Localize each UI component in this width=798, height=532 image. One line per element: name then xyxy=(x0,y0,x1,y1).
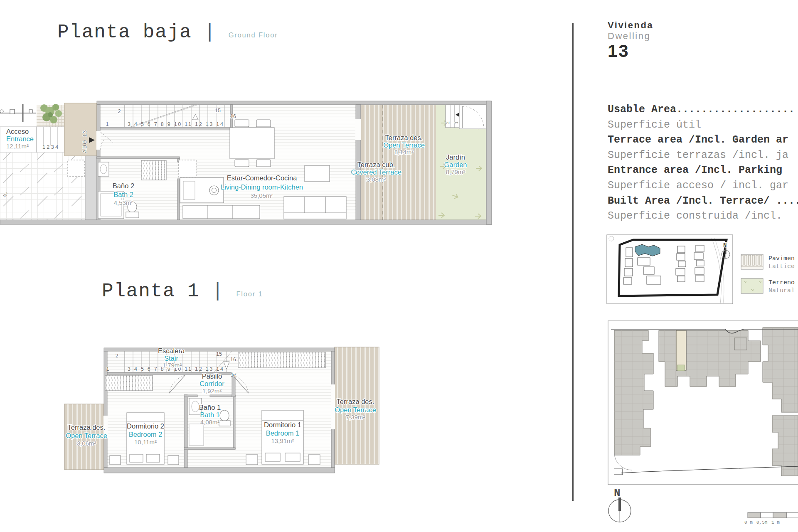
svg-text:Terraza des.: Terraza des. xyxy=(337,398,374,405)
svg-text:Open Terrace: Open Terrace xyxy=(383,141,425,149)
scale-label-1: 1 m xyxy=(771,520,780,525)
site-plan xyxy=(608,321,798,485)
dashed-void xyxy=(179,160,196,177)
highlighted-unit-13 xyxy=(676,330,686,370)
svg-text:Jardín: Jardín xyxy=(446,153,465,161)
svg-text:16: 16 xyxy=(230,113,236,119)
svg-text:Baño 1: Baño 1 xyxy=(199,404,221,411)
svg-text:1,92m²: 1,92m² xyxy=(202,387,222,394)
wardrobe-bedroom1 xyxy=(238,352,325,368)
sideboard xyxy=(183,205,260,219)
floor1-terrace-right xyxy=(335,347,379,464)
svg-text:Bedroom 2: Bedroom 2 xyxy=(129,431,163,438)
north-compass: N xyxy=(608,487,631,522)
legend-natural-es: Terreno xyxy=(768,279,795,286)
nightstand xyxy=(246,455,258,465)
svg-text:8,14m²: 8,14m² xyxy=(394,148,414,155)
svg-text:2: 2 xyxy=(116,353,118,359)
svg-text:Garden: Garden xyxy=(444,161,467,168)
chair xyxy=(256,120,271,127)
closet xyxy=(141,160,166,180)
terrace-door-opening xyxy=(355,119,361,140)
svg-text:7,39m²: 7,39m² xyxy=(346,414,365,421)
svg-text:1: 1 xyxy=(106,121,109,127)
dining-table xyxy=(230,128,274,159)
svg-text:Living-Dining room-Kitchen: Living-Dining room-Kitchen xyxy=(221,183,303,191)
svg-text:Bath 1: Bath 1 xyxy=(200,411,220,419)
svg-text:8,79m²: 8,79m² xyxy=(446,168,466,175)
sofa xyxy=(284,197,346,219)
nightstand xyxy=(308,455,320,465)
entry-ramp xyxy=(64,103,97,156)
svg-text:Open Terrace: Open Terrace xyxy=(66,432,107,439)
legend: Pavimen Lattice Terreno Natural xyxy=(741,254,795,294)
legend-lattice-en: Lattice xyxy=(768,263,795,270)
entry-door-opening xyxy=(96,131,101,150)
legend-lattice-es: Pavimen xyxy=(768,255,795,262)
svg-text:Open Terrace: Open Terrace xyxy=(335,406,376,414)
svg-text:Entrance: Entrance xyxy=(6,135,34,143)
svg-text:Dormitorio 1: Dormitorio 1 xyxy=(264,421,301,429)
shower xyxy=(189,424,204,446)
scale-bar: 0 m 0,5m 1 m xyxy=(744,512,798,525)
legend-swatch-natural xyxy=(741,278,763,293)
svg-text:16: 16 xyxy=(230,357,236,362)
svg-text:Pasillo: Pasillo xyxy=(202,372,222,380)
label-pasillo: Pasillo Corridor 1,92m² xyxy=(200,372,224,394)
svg-text:Estar-Comedor-Cocina: Estar-Comedor-Cocina xyxy=(227,174,298,182)
label-garden: Jardín Garden 8,79m² xyxy=(444,153,467,175)
brochure-page: { "titles":{ "ground_es":"Planta baja","… xyxy=(0,0,798,532)
chair xyxy=(235,160,249,167)
svg-text:N: N xyxy=(614,487,621,499)
svg-text:Bedroom 1: Bedroom 1 xyxy=(266,429,300,437)
dashed-marker xyxy=(68,160,84,177)
toilet-icon xyxy=(220,410,229,421)
step-number: 1 xyxy=(454,121,459,124)
svg-text:4,08m²: 4,08m² xyxy=(200,419,220,426)
parking-numbers: 1 2 3 4 xyxy=(42,144,58,150)
unit-entry-label: ADO 13 xyxy=(82,130,88,153)
legend-natural-en: Natural xyxy=(768,287,795,294)
nightstand xyxy=(168,456,179,465)
svg-text:1,79m²: 1,79m² xyxy=(163,362,182,369)
svg-text:15: 15 xyxy=(215,108,221,113)
step-number: 2 xyxy=(445,121,450,124)
svg-text:Escalera: Escalera xyxy=(158,347,185,355)
key-map: N xyxy=(607,235,733,304)
svg-text:Dormitorio 2: Dormitorio 2 xyxy=(127,422,164,430)
svg-text:Corridor: Corridor xyxy=(200,380,224,387)
ground-entrance-court: ADO 13 m² xyxy=(0,103,97,220)
svg-text:N: N xyxy=(723,242,727,249)
wardrobe-bedroom2 xyxy=(105,375,153,391)
floor1-plan: 2 1 3 4 5 6 7 8 9 10 11 12 13 14 15 16 1… xyxy=(64,347,379,473)
label-bano2: Baño 2 Bath 2 4,53m² xyxy=(113,182,134,206)
svg-text:1: 1 xyxy=(106,366,109,372)
svg-text:12,11m²: 12,11m² xyxy=(6,143,29,150)
tv-bench xyxy=(305,165,330,182)
svg-text:17: 17 xyxy=(231,372,236,378)
svg-text:Terraza cub.: Terraza cub. xyxy=(357,161,395,168)
svg-text:35,05m²: 35,05m² xyxy=(250,192,273,199)
svg-text:3,06m²: 3,06m² xyxy=(77,440,96,447)
nightstand xyxy=(110,456,121,465)
scale-label-0: 0 m xyxy=(744,520,753,525)
label-bano1: Baño 1 Bath 1 4,08m² xyxy=(199,404,221,426)
svg-text:Baño 2: Baño 2 xyxy=(113,182,134,190)
svg-text:3,08m²: 3,08m² xyxy=(367,176,386,183)
svg-text:2: 2 xyxy=(118,108,121,114)
plans-artwork: ADO 13 m² 2 1 xyxy=(0,0,798,532)
scale-label-05: 0,5m xyxy=(756,520,768,525)
chair xyxy=(235,120,249,127)
chair xyxy=(256,160,271,167)
svg-text:10,11m²: 10,11m² xyxy=(134,438,157,446)
ground-floor-plan: ADO 13 m² 2 1 xyxy=(0,101,492,224)
svg-text:13,91m²: 13,91m² xyxy=(271,437,294,444)
legend-swatch-lattice xyxy=(741,254,763,269)
svg-text:4,53m²: 4,53m² xyxy=(114,199,133,206)
svg-text:Terraza des.: Terraza des. xyxy=(68,424,106,431)
svg-text:Bath 2: Bath 2 xyxy=(113,191,133,198)
svg-text:Stair: Stair xyxy=(164,355,178,362)
garden-entry-steps: 2 1 xyxy=(445,105,486,129)
svg-text:Terraza des.: Terraza des. xyxy=(385,134,423,141)
svg-text:15: 15 xyxy=(216,351,222,357)
